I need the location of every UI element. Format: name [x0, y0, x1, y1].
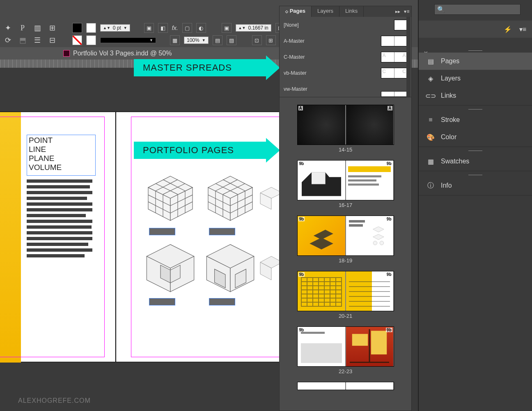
fit-content-icon[interactable]: ⊡: [252, 35, 262, 45]
panel-menu-icon[interactable]: ▾≡: [402, 6, 411, 17]
flash-icon[interactable]: ⚡: [504, 25, 512, 33]
measure-dropdown[interactable]: ▲▼0.1667 in: [236, 24, 271, 32]
zoom-value: 100%: [187, 37, 200, 43]
panel-gripper[interactable]: [419, 172, 532, 177]
tab-links[interactable]: Links: [339, 6, 364, 17]
panel-links[interactable]: ⊂⊃ Links: [419, 87, 532, 104]
layers-icon: ◈: [426, 74, 435, 83]
measure-value: 0.1667 in: [248, 25, 268, 31]
master-spreads-list[interactable]: [None] A-Master C-Master AA vb-Master CC…: [280, 17, 411, 97]
body-text-placeholder[interactable]: [27, 179, 92, 260]
master-vb[interactable]: vb-Master CC: [280, 65, 411, 81]
caption-4[interactable]: [149, 298, 175, 305]
zoom-dropdown[interactable]: 100%▼: [184, 37, 209, 44]
no-fill-swatch[interactable]: [72, 35, 82, 45]
spread-18-19[interactable]: 9b 9b 18-19: [297, 216, 394, 264]
panel-swatches[interactable]: ▦ Swatches: [419, 153, 532, 170]
pages-icon: ▤: [426, 57, 435, 66]
spread-label: 20-21: [297, 313, 394, 319]
tab-layers[interactable]: Layers: [312, 6, 339, 17]
spread-14-15[interactable]: A A 14-15: [297, 105, 394, 153]
shear-icon[interactable]: ⬒: [17, 35, 28, 46]
fx-label[interactable]: fx.: [172, 25, 178, 31]
spread-label: 14-15: [297, 147, 394, 153]
title-text-frame[interactable]: POINT LINE PLANE VOLUME: [27, 135, 96, 176]
page-left[interactable]: POINT LINE PLANE VOLUME: [0, 112, 116, 362]
caption-2[interactable]: [209, 228, 235, 235]
cube-diagram-2[interactable]: [206, 174, 255, 223]
opacity-icon[interactable]: ◐: [196, 23, 206, 33]
panel-gripper[interactable]: [419, 48, 532, 53]
panel-gripper[interactable]: [419, 148, 532, 153]
panel-layers[interactable]: ◈ Layers: [419, 70, 532, 87]
transparency-icon[interactable]: ▦: [170, 35, 180, 45]
collapse-icon[interactable]: ▸▸: [393, 6, 402, 17]
cube-diagram-4[interactable]: [146, 243, 195, 293]
object-style-icon[interactable]: ▨: [227, 35, 236, 45]
text-wrap-icon[interactable]: ▤: [213, 35, 222, 45]
corner-options-icon[interactable]: ▣: [144, 23, 154, 33]
swatches-icon: ▦: [426, 157, 435, 166]
panel-gripper[interactable]: [419, 106, 532, 111]
links-icon: ⊂⊃: [426, 91, 435, 100]
right-rail: 🔍 ⚡ ▾≡ ✕ ▤ Pages ◈ Layers ⊂⊃ Links ≡ Str…: [418, 0, 532, 411]
page-thumbnails[interactable]: A A 14-15 9b 9b 16-17: [280, 97, 411, 411]
master-c[interactable]: C-Master AA: [280, 49, 411, 65]
caption-5[interactable]: [209, 298, 235, 305]
spread-16-17[interactable]: 9b 9b 16-17: [297, 160, 394, 208]
master-a[interactable]: A-Master: [280, 33, 411, 49]
spread-next-partial[interactable]: [297, 382, 394, 390]
distribute-icon[interactable]: ⊞: [47, 23, 57, 33]
fit-frame-icon[interactable]: ⊞: [266, 35, 276, 45]
transform-icon[interactable]: ✦: [2, 23, 13, 33]
svg-marker-48: [373, 227, 384, 232]
panel-color[interactable]: 🎨 Color: [419, 129, 532, 146]
svg-point-51: [380, 241, 384, 245]
svg-rect-52: [352, 334, 367, 346]
document-title[interactable]: Portfolio Vol 3 Pages.indd @ 50%: [73, 50, 172, 57]
master-none[interactable]: [None]: [280, 17, 411, 33]
cube-diagram-1[interactable]: [146, 174, 195, 223]
stroke-weight-dropdown[interactable]: ▲▼0 pt▼: [100, 24, 130, 32]
spread-label: 18-19: [297, 257, 394, 264]
align-vertical-icon[interactable]: ⊟: [47, 35, 57, 46]
panel-stack: ▤ Pages ◈ Layers ⊂⊃ Links ≡ Stroke 🎨 Col…: [419, 48, 532, 196]
paragraph-style-icon[interactable]: P: [17, 23, 28, 33]
frame-fitting-icon[interactable]: ▣: [222, 23, 232, 33]
stroke-swatch[interactable]: [86, 23, 96, 33]
tab-pages[interactable]: ◇ Pages: [280, 6, 312, 17]
info-icon: ⓘ: [426, 181, 435, 190]
pages-panel[interactable]: ◇ Pages Layers Links ▸▸ ▾≡ [None] A-Mast…: [279, 6, 412, 411]
panel-info[interactable]: ⓘ Info: [419, 177, 532, 194]
masters-scrollbar[interactable]: [406, 17, 410, 97]
stroke-style-dropdown[interactable]: ▼: [100, 37, 156, 43]
panel-pages[interactable]: ▤ Pages: [419, 53, 532, 70]
pages-panel-tabs: ◇ Pages Layers Links ▸▸ ▾≡: [280, 6, 411, 17]
panel-stroke[interactable]: ≡ Stroke: [419, 111, 532, 129]
master-a-thumb: [381, 36, 407, 46]
fill-swatch[interactable]: [72, 23, 82, 33]
align-horizontal-icon[interactable]: ☰: [32, 35, 43, 46]
search-field[interactable]: [447, 7, 513, 13]
panel-menu-icon[interactable]: ▾≡: [519, 25, 526, 33]
title-line-4: VOLUME: [29, 163, 94, 172]
spread-20-21[interactable]: 9b 9b 20-21: [297, 271, 394, 319]
svg-marker-49: [373, 234, 384, 240]
effects-icon[interactable]: ◧: [158, 23, 168, 33]
master-c-thumb: AA: [381, 52, 407, 62]
spread-22-23[interactable]: 9b 9b 22-23: [297, 326, 394, 374]
rotate-icon[interactable]: ⟳: [2, 35, 13, 46]
stroke-swatch-2[interactable]: [86, 35, 96, 45]
drop-shadow-icon[interactable]: ▢: [182, 23, 192, 33]
master-none-thumb: [394, 20, 407, 30]
search-input[interactable]: 🔍: [434, 4, 521, 15]
svg-rect-53: [371, 331, 386, 355]
master-vw[interactable]: vw-Master: [280, 81, 411, 97]
cube-diagram-5[interactable]: [206, 243, 255, 293]
search-icon: 🔍: [437, 6, 445, 13]
caption-1[interactable]: [149, 228, 175, 235]
spread-label: 22-23: [297, 368, 394, 374]
color-icon: 🎨: [426, 133, 435, 142]
align-icon[interactable]: ▥: [32, 23, 43, 33]
spread-label: 16-17: [297, 202, 394, 208]
